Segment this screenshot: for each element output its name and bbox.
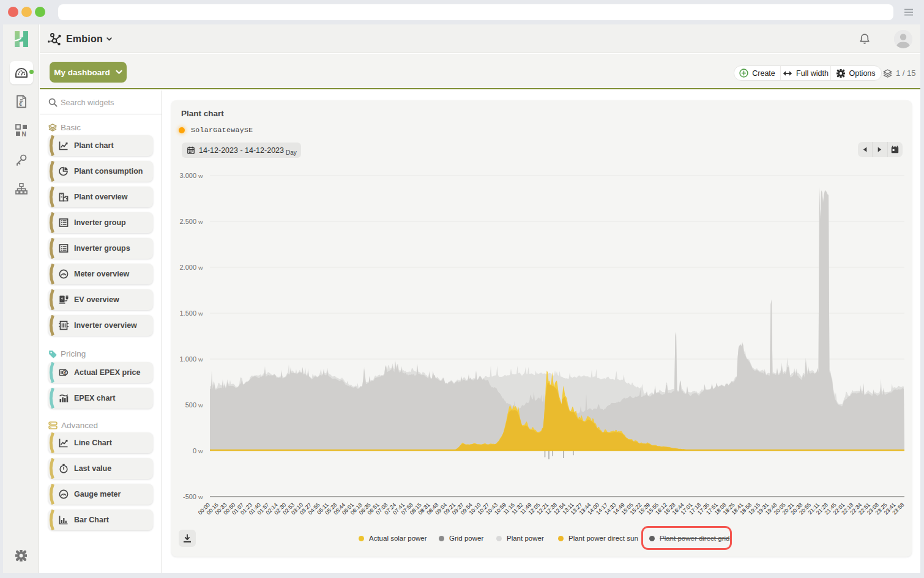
- svg-text:€: €: [64, 370, 67, 376]
- svg-text:-500: -500: [183, 493, 196, 500]
- svg-text:€: €: [19, 101, 22, 107]
- svg-text:500: 500: [185, 401, 196, 409]
- svg-text:W: W: [198, 403, 203, 409]
- svg-text:N: N: [22, 131, 26, 137]
- svg-text:2.000: 2.000: [179, 264, 196, 271]
- svg-text:1.000: 1.000: [179, 355, 196, 363]
- svg-text:0: 0: [193, 447, 196, 454]
- svg-text:W: W: [198, 174, 203, 179]
- svg-text:W: W: [198, 220, 203, 225]
- svg-text:1.500: 1.500: [179, 309, 196, 317]
- svg-text:W: W: [198, 265, 203, 271]
- svg-text:W: W: [198, 449, 203, 454]
- svg-text:3.000: 3.000: [179, 172, 196, 179]
- svg-text:W: W: [198, 357, 203, 363]
- svg-text:W: W: [198, 495, 203, 500]
- svg-text:2.500: 2.500: [179, 218, 196, 225]
- svg-text:W: W: [198, 311, 203, 317]
